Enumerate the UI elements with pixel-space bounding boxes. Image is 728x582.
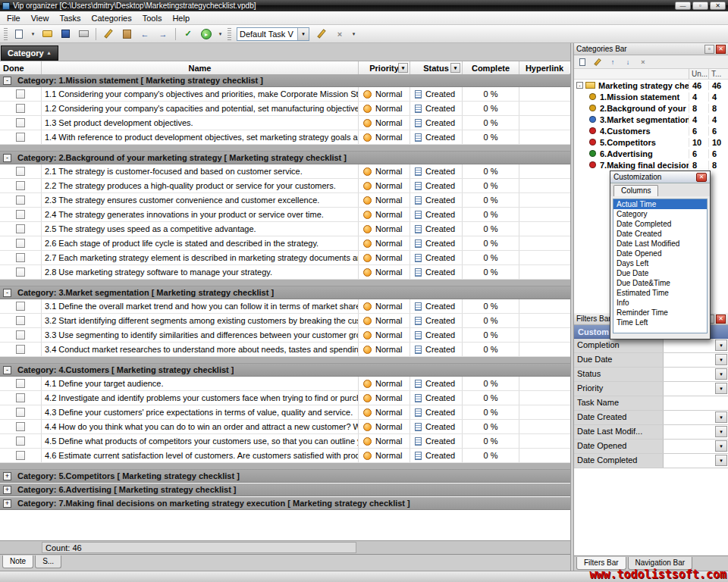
- add-category-button[interactable]: [576, 56, 589, 67]
- edit-template-button[interactable]: [313, 27, 330, 42]
- task-checkbox[interactable]: [16, 181, 25, 190]
- customization-list-item[interactable]: Date Created: [613, 229, 707, 239]
- save-button[interactable]: [57, 27, 74, 42]
- toolbar-drag-handle[interactable]: [228, 28, 231, 40]
- task-checkbox[interactable]: [16, 316, 25, 325]
- filter-value-field[interactable]: ▾: [664, 382, 728, 396]
- customization-close-button[interactable]: ✕: [696, 173, 707, 182]
- expand-icon[interactable]: +: [3, 499, 11, 508]
- task-row[interactable]: 2.6 Each stage of product life cycle is …: [0, 236, 570, 251]
- task-checkbox[interactable]: [16, 268, 25, 277]
- move-category-up-button[interactable]: ↑: [606, 56, 620, 67]
- task-row[interactable]: 2.8 Use marketing strategy software to m…: [0, 265, 570, 280]
- task-row[interactable]: 4.6 Estimate current satisfaction level …: [0, 449, 570, 463]
- task-checkbox[interactable]: [16, 167, 25, 176]
- task-checkbox[interactable]: [16, 239, 25, 248]
- close-button[interactable]: ✕: [710, 2, 726, 10]
- filter-value-field[interactable]: ▾: [664, 454, 728, 468]
- task-row[interactable]: 1.2 Considering your company's capacitie…: [0, 102, 570, 116]
- customization-list-item[interactable]: Due Date&Time: [613, 278, 707, 288]
- collapse-icon[interactable]: -: [3, 154, 11, 162]
- task-row[interactable]: 1.3 Set product development objectives.N…: [0, 116, 570, 130]
- category-tree-item[interactable]: 1.Mission statement44: [574, 91, 728, 102]
- category-tree-item[interactable]: 7.Making final decisions o88: [574, 159, 728, 171]
- filter-dropdown-icon[interactable]: ▾: [715, 455, 727, 466]
- tab-columns[interactable]: Columns: [613, 185, 658, 196]
- task-row[interactable]: 2.7 Each marketing strategy element is d…: [0, 251, 570, 265]
- task-row[interactable]: 4.1 Define your target audience.NormalCr…: [0, 377, 570, 391]
- task-checkbox[interactable]: [16, 253, 25, 262]
- task-row[interactable]: 2.4 The strategy generates innovations i…: [0, 208, 570, 222]
- menu-item-tasks[interactable]: Tasks: [54, 12, 86, 24]
- category-tree-item[interactable]: 6.Advertising66: [574, 148, 728, 159]
- customization-list-item[interactable]: Days Left: [613, 258, 707, 268]
- customization-list-item[interactable]: Reminder Time: [613, 308, 707, 318]
- task-checkbox[interactable]: [16, 104, 25, 113]
- edit-category-button[interactable]: [591, 56, 604, 67]
- category-tree-root[interactable]: -Marketing strategy checkl4646: [574, 80, 728, 91]
- collapse-icon[interactable]: -: [3, 77, 11, 85]
- chevron-down-icon[interactable]: ▾: [297, 28, 309, 40]
- task-row[interactable]: 4.3 Define your customers' price expecta…: [0, 405, 570, 420]
- open-file-button[interactable]: [39, 27, 55, 42]
- category-group-header[interactable]: +Category: 7.Making final decisions on m…: [0, 497, 570, 510]
- column-header-name[interactable]: Name: [42, 61, 359, 74]
- filter-dropdown-icon[interactable]: ▾: [715, 426, 727, 437]
- menu-item-categories[interactable]: Categories: [86, 12, 137, 24]
- filter-dropdown-icon[interactable]: ▾: [715, 440, 727, 452]
- task-row[interactable]: 2.1 The strategy is customer-focused and…: [0, 164, 570, 179]
- filter-dropdown-icon[interactable]: ▾: [715, 368, 727, 380]
- task-checkbox[interactable]: [16, 118, 25, 127]
- new-task-button[interactable]: [11, 27, 27, 42]
- filter-dropdown-icon[interactable]: ▾: [715, 340, 727, 351]
- column-header-complete[interactable]: Complete: [463, 61, 519, 74]
- task-row[interactable]: 2.2 The strategy produces a high-quality…: [0, 179, 570, 193]
- menu-item-file[interactable]: File: [2, 12, 26, 24]
- task-checkbox[interactable]: [16, 224, 25, 233]
- filter-value-field[interactable]: ▾: [664, 339, 728, 352]
- move-category-down-button[interactable]: ↓: [621, 56, 635, 67]
- minimize-button[interactable]: —: [675, 2, 691, 10]
- task-checkbox[interactable]: [16, 196, 25, 205]
- task-checkbox[interactable]: [16, 379, 25, 388]
- template-options-dropdown[interactable]: ▾: [350, 27, 358, 42]
- task-checkbox[interactable]: [16, 210, 25, 219]
- task-checkbox[interactable]: [16, 302, 25, 311]
- menu-item-tools[interactable]: Tools: [137, 12, 168, 24]
- customization-list-item[interactable]: Info: [613, 298, 707, 308]
- task-row[interactable]: 4.2 Investigate and identify problems yo…: [0, 391, 570, 405]
- task-row[interactable]: 4.5 Define what products of competitors …: [0, 434, 570, 449]
- category-group-header[interactable]: -Category: 4.Customers [ Marketing strat…: [0, 364, 570, 377]
- category-tree-item[interactable]: 5.Competitors1010: [574, 136, 728, 148]
- task-checkbox[interactable]: [16, 422, 25, 431]
- task-checkbox[interactable]: [16, 393, 25, 402]
- filter-value-field[interactable]: ▾: [664, 368, 728, 381]
- category-tree-item[interactable]: 3.Market segmentation44: [574, 114, 728, 125]
- total-column-header[interactable]: T...: [708, 69, 728, 79]
- filter-dropdown-icon[interactable]: ▾: [715, 411, 727, 423]
- filter-value-field[interactable]: ▾: [664, 353, 728, 367]
- category-tree-item[interactable]: 2.Background of your mar88: [574, 102, 728, 114]
- undo-button[interactable]: ←: [136, 27, 153, 42]
- tab-subtasks[interactable]: S...: [35, 555, 61, 568]
- customization-list-item[interactable]: Due Date: [613, 268, 707, 278]
- group-by-category-tab[interactable]: Category ▴: [1, 45, 58, 61]
- new-task-dropdown[interactable]: ▾: [29, 27, 37, 42]
- customization-list-item[interactable]: Time Left: [613, 318, 707, 327]
- filter-dropdown-icon[interactable]: ▾: [715, 383, 727, 394]
- sync-button[interactable]: ▸: [198, 27, 215, 42]
- customization-list-item[interactable]: Category: [613, 209, 707, 219]
- task-row[interactable]: 3.4 Conduct market researches to underst…: [0, 343, 570, 357]
- task-checkbox[interactable]: [16, 451, 25, 460]
- category-group-header[interactable]: -Category: 1.Mission statement [ Marketi…: [0, 74, 570, 87]
- filter-value-field[interactable]: ▾: [664, 425, 728, 439]
- edit-task-button[interactable]: [100, 27, 117, 42]
- task-template-combobox[interactable]: Default Task V ▾: [237, 27, 309, 41]
- delete-template-button[interactable]: ×: [331, 27, 348, 42]
- paste-button[interactable]: [118, 27, 135, 42]
- category-group-header[interactable]: +Category: 6.Advertising [ Marketing str…: [0, 483, 570, 496]
- redo-button[interactable]: →: [155, 27, 171, 42]
- toolbar-drag-handle[interactable]: [4, 28, 8, 40]
- column-filter-dropdown[interactable]: ▾: [450, 63, 460, 73]
- filter-value-field[interactable]: ▾: [664, 440, 728, 453]
